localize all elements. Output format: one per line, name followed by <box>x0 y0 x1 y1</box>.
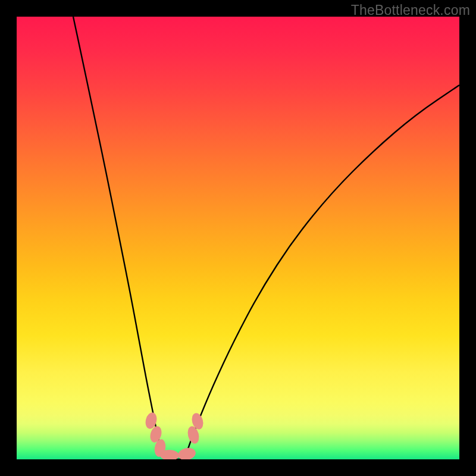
curve-layer <box>17 17 459 459</box>
plot-area <box>17 17 459 459</box>
watermark-text: TheBottleneck.com <box>351 2 470 18</box>
marker <box>177 446 197 459</box>
markers <box>144 411 205 459</box>
curves <box>73 17 459 459</box>
left-curve <box>73 17 165 459</box>
right-curve <box>184 85 459 459</box>
chart-frame: TheBottleneck.com <box>0 0 476 476</box>
